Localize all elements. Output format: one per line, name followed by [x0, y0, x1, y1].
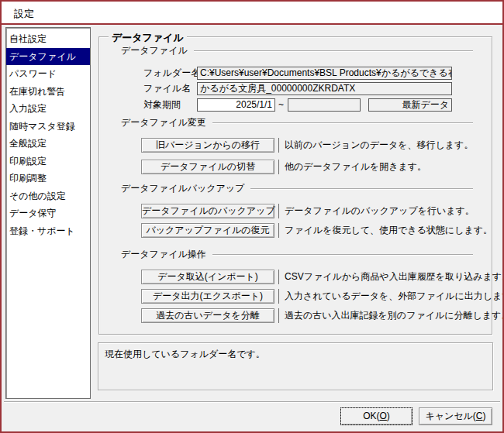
settings-category-list: 自社設定 データファイル パスワード 在庫切れ警告 入力設定 随時マスタ登録 全…: [5, 27, 91, 399]
cancel-label: キャンセル(: [425, 411, 475, 421]
section-line: [212, 122, 473, 123]
file-name-label: ファイル名: [143, 82, 191, 95]
period-start-input[interactable]: 2025/1/1: [197, 98, 275, 112]
cancel-button[interactable]: キャンセル(C): [419, 407, 492, 425]
export-data-button[interactable]: データ出力(エクスポート): [141, 289, 274, 304]
restore-backup-button[interactable]: バックアップファイルの復元: [141, 223, 274, 238]
restore-backup-desc: ファイルを復元して、使用できる状態にします。: [278, 223, 492, 238]
section-line: [194, 50, 473, 51]
datafile-groupbox: データファイル データファイル フォルダー名 C:¥Users¥user¥Doc…: [98, 36, 492, 335]
sidebar-item-print-adjustment[interactable]: 印刷調整: [6, 170, 90, 187]
sidebar-item-other-settings[interactable]: その他の設定: [6, 187, 90, 205]
section-label: データファイル操作: [121, 248, 206, 261]
sidebar-item-company[interactable]: 自社設定: [6, 30, 90, 48]
switch-datafile-desc: 他のデータファイルを開きます。: [278, 160, 426, 174]
folder-name-field: C:¥Users¥user¥Documents¥BSL Products¥かるが…: [197, 67, 452, 80]
section-label: データファイル: [121, 44, 188, 57]
separate-old-data-desc: 過去の古い入出庫記録を別のファイルに分離します。: [278, 308, 504, 323]
section-header-backup: データファイルバックアップ: [121, 183, 473, 194]
title-separator: [2, 23, 502, 25]
section-line: [212, 254, 473, 255]
window-title: 設定: [14, 7, 34, 21]
sidebar-item-data-maintenance[interactable]: データ保守: [6, 204, 90, 222]
migrate-old-version-button[interactable]: 旧バージョンからの移行: [141, 138, 274, 153]
sidebar-item-master-registration[interactable]: 随時マスタ登録: [6, 118, 90, 136]
section-header-datafile: データファイル: [121, 45, 473, 56]
period-separator: ~: [278, 98, 284, 112]
sidebar-item-registration-support[interactable]: 登録・サポート: [6, 222, 90, 240]
sidebar-item-password[interactable]: パスワード: [6, 65, 90, 83]
sidebar-item-input-settings[interactable]: 入力設定: [6, 100, 90, 118]
import-data-desc: CSVファイルから商品や入出庫履歴を取り込みます。: [278, 270, 504, 284]
latest-data-button[interactable]: 最新データ: [368, 98, 452, 112]
section-label: データファイルバックアップ: [121, 182, 244, 195]
help-text-box: 現在使用しているフォルダー名です。: [98, 342, 493, 390]
period-end-input[interactable]: [288, 98, 361, 112]
sidebar-item-print-settings[interactable]: 印刷設定: [6, 153, 90, 170]
cancel-label-close: ): [483, 411, 486, 421]
switch-datafile-button[interactable]: データファイルの切替: [141, 160, 274, 174]
sidebar-item-general-settings[interactable]: 全般設定: [6, 135, 90, 153]
sidebar-item-datafile[interactable]: データファイル: [6, 48, 90, 66]
migrate-old-version-desc: 以前のバージョンのデータを、移行します。: [278, 138, 473, 153]
help-text: 現在使用しているフォルダー名です。: [105, 349, 265, 359]
ok-button[interactable]: OK(O): [340, 407, 413, 425]
period-label: 対象期間: [143, 98, 181, 112]
import-data-button[interactable]: データ取込(インポート): [141, 270, 274, 284]
file-name-field: かるがる文房具_00000000ZKRDATX: [197, 82, 452, 95]
folder-name-label: フォルダー名: [143, 67, 200, 80]
cancel-mnemonic: C: [476, 411, 483, 421]
ok-label: OK(: [363, 411, 379, 421]
sidebar-item-stockout-warning[interactable]: 在庫切れ警告: [6, 83, 90, 101]
groupbox-title: データファイル: [109, 31, 187, 45]
separate-old-data-button[interactable]: 過去の古いデータを分離: [141, 308, 274, 323]
backup-datafile-button[interactable]: データファイルのバックアップ: [141, 204, 274, 218]
export-data-desc: 入力されているデータを、外部ファイルに出力します。: [278, 289, 504, 304]
footer-divider: [4, 401, 500, 402]
section-line: [250, 188, 473, 189]
section-label: データファイル変更: [121, 116, 206, 129]
titlebar: 設定: [2, 2, 502, 23]
ok-mnemonic: O: [380, 411, 387, 421]
backup-datafile-desc: データファイルのバックアップを行います。: [278, 204, 475, 218]
section-header-change: データファイル変更: [121, 117, 473, 128]
settings-dialog: 設定 自社設定 データファイル パスワード 在庫切れ警告 入力設定 随時マスタ登…: [0, 0, 504, 433]
ok-label-close: ): [387, 411, 390, 421]
section-header-operation: データファイル操作: [121, 249, 473, 259]
